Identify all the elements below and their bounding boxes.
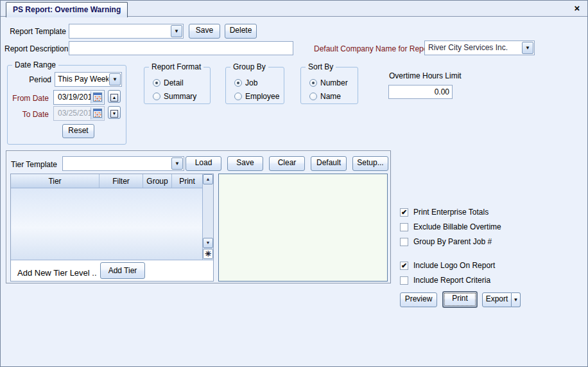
delete-button[interactable]: Delete xyxy=(225,24,257,39)
checkbox-label: Include Logo On Report xyxy=(413,261,495,270)
radio-number[interactable]: Number xyxy=(309,78,348,87)
tier-template-dropdown-button[interactable]: ▼ xyxy=(171,157,183,170)
radio-detail[interactable]: Detail xyxy=(153,78,184,87)
checkbox-include-report-criteria[interactable]: Include Report Criteria xyxy=(400,276,490,285)
period-value: This Pay Week xyxy=(58,75,108,84)
radio-icon xyxy=(234,93,242,100)
report-description-input[interactable] xyxy=(69,41,293,55)
arrow-down-icon: ▼ xyxy=(110,110,119,118)
close-icon[interactable]: × xyxy=(571,3,583,14)
overtime-hours-limit-label: Overtime Hours Limit xyxy=(389,71,462,80)
tier-grid-scrollbar[interactable]: ▲ ▼ ✳ xyxy=(202,174,213,260)
tier-template-combo[interactable]: ▼ xyxy=(62,156,184,171)
radio-label: Summary xyxy=(164,92,196,101)
load-button[interactable]: Load xyxy=(186,156,221,171)
chevron-down-icon: ▼ xyxy=(110,74,120,85)
report-format-group: Report Format Detail Summary xyxy=(144,67,211,104)
checkbox-icon xyxy=(400,238,408,246)
radio-icon xyxy=(309,93,317,100)
radio-label: Employee xyxy=(245,92,279,101)
tier-detail-panel xyxy=(218,174,388,282)
chevron-down-icon: ▼ xyxy=(172,158,182,169)
radio-icon xyxy=(153,93,160,100)
chevron-down-icon: ▼ xyxy=(171,26,182,37)
company-name-dropdown-button[interactable]: ▼ xyxy=(522,42,533,54)
date-range-group: Date Range Period This Pay Week ▼ From D… xyxy=(7,65,126,145)
add-tier-button[interactable]: Add Tier xyxy=(100,262,145,279)
clear-button[interactable]: Clear xyxy=(269,156,305,171)
ps-report-dialog: PS Report: Overtime Warning × Report Tem… xyxy=(0,0,588,367)
radio-label: Detail xyxy=(164,78,184,87)
report-description-label: Report Description xyxy=(4,44,66,53)
radio-name[interactable]: Name xyxy=(309,92,341,101)
default-button[interactable]: Default xyxy=(311,156,347,171)
radio-icon xyxy=(234,79,242,87)
setup-button[interactable]: Setup... xyxy=(352,156,388,171)
column-header-print[interactable]: Print xyxy=(172,174,202,188)
save-button[interactable]: Save xyxy=(189,24,220,39)
export-menu-button[interactable]: ▼ xyxy=(512,292,521,307)
checkbox-icon xyxy=(400,208,408,217)
export-button[interactable]: Export xyxy=(482,292,512,307)
chevron-down-icon: ▼ xyxy=(523,42,533,53)
new-row-icon[interactable]: ✳ xyxy=(203,249,213,259)
checkbox-icon xyxy=(400,262,408,270)
period-dropdown-button[interactable]: ▼ xyxy=(109,73,121,85)
checkbox-print-enterprise-totals[interactable]: Print Enterprise Totals xyxy=(400,208,489,217)
tier-section: Tier Template ▼ Load Save Clear Default … xyxy=(6,150,391,283)
radio-job[interactable]: Job xyxy=(234,78,257,87)
period-combo[interactable]: This Pay Week ▼ xyxy=(55,72,122,87)
checkbox-group-by-parent-job[interactable]: Group By Parent Job # xyxy=(400,237,492,246)
checkbox-label: Include Report Criteria xyxy=(413,276,490,285)
tier-save-button[interactable]: Save xyxy=(227,156,263,171)
calendar-icon[interactable] xyxy=(91,91,103,103)
tier-grid-header: Tier Filter Group Print xyxy=(11,174,202,188)
checkbox-label: Exclude Billable Overtime xyxy=(413,222,501,231)
radio-label: Job xyxy=(245,78,257,87)
column-header-filter[interactable]: Filter xyxy=(99,174,143,188)
group-by-group: Group By Job Employee xyxy=(225,67,284,104)
tab-strip: PS Report: Overtime Warning × xyxy=(1,1,587,17)
reset-button[interactable]: Reset xyxy=(62,124,94,138)
scroll-up-icon[interactable]: ▲ xyxy=(203,174,213,184)
radio-icon xyxy=(153,79,160,87)
checkbox-label: Group By Parent Job # xyxy=(413,237,492,246)
sort-by-group: Sort By Number Name xyxy=(300,67,358,104)
scroll-down-icon[interactable]: ▼ xyxy=(203,238,213,248)
add-tier-row: Add New Tier Level .. Add Tier xyxy=(11,260,213,281)
checkbox-exclude-billable-overtime[interactable]: Exclude Billable Overtime xyxy=(400,222,501,231)
company-name-value: River City Services Inc. xyxy=(428,43,520,53)
checkbox-label: Print Enterprise Totals xyxy=(413,208,489,217)
date-spin-down-button[interactable]: ▼ xyxy=(108,106,121,119)
report-template-dropdown-button[interactable]: ▼ xyxy=(171,25,182,37)
tier-template-label: Tier Template xyxy=(11,160,57,169)
preview-button[interactable]: Preview xyxy=(400,292,437,307)
column-header-tier[interactable]: Tier xyxy=(11,174,99,188)
tier-grid-body xyxy=(11,188,202,260)
arrow-up-icon: ▲ xyxy=(110,94,119,102)
print-button[interactable]: Print xyxy=(442,291,478,308)
period-label: Period xyxy=(8,75,51,84)
radio-summary[interactable]: Summary xyxy=(153,92,196,101)
date-range-title: Date Range xyxy=(12,60,58,69)
overtime-hours-limit-input[interactable] xyxy=(388,85,453,99)
radio-label: Name xyxy=(320,92,341,101)
checkbox-include-logo[interactable]: Include Logo On Report xyxy=(400,261,495,270)
tab-ps-report-overtime-warning[interactable]: PS Report: Overtime Warning xyxy=(6,2,128,17)
tier-grid: Tier Filter Group Print ▲ ▼ ✳ Add New Ti… xyxy=(10,174,214,282)
radio-employee[interactable]: Employee xyxy=(234,92,279,101)
company-name-combo[interactable]: River City Services Inc. ▼ xyxy=(424,40,535,55)
checkbox-icon xyxy=(400,223,408,231)
radio-label: Number xyxy=(320,78,348,87)
report-template-combo[interactable]: ▼ xyxy=(69,24,184,39)
radio-icon xyxy=(309,79,317,87)
sort-by-title: Sort By xyxy=(306,62,336,71)
from-date-field[interactable]: 03/19/2015 xyxy=(53,90,105,105)
tab-title: PS Report: Overtime Warning xyxy=(13,5,121,14)
calendar-icon xyxy=(91,107,103,120)
column-header-group[interactable]: Group xyxy=(143,174,172,188)
date-spin-up-button[interactable]: ▲ xyxy=(108,90,121,103)
to-date-field: 03/25/2015 xyxy=(53,106,105,121)
chevron-down-icon: ▼ xyxy=(512,293,520,307)
to-date-label: To Date xyxy=(8,110,49,119)
